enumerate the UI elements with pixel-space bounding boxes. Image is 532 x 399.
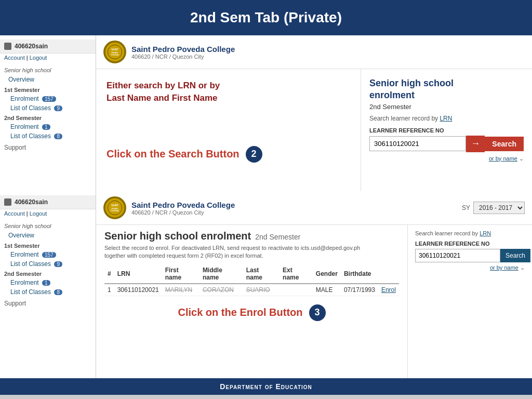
sidebar2-account-link[interactable]: Account bbox=[4, 210, 25, 217]
sidebar2-list-classes1-badge: 9 bbox=[54, 261, 62, 267]
sidebar1-enrolment2-badge: 1 bbox=[42, 124, 50, 130]
sidebar2-logout-link[interactable]: Logout bbox=[30, 210, 47, 217]
main-panel-1: SAINT PEDRO POVEDA Saint Pedro Poveda Co… bbox=[96, 35, 532, 191]
svg-text:POVEDA: POVEDA bbox=[111, 210, 119, 212]
panel2-search-button[interactable]: Search bbox=[500, 249, 530, 262]
sidebar1-account-link[interactable]: Account bbox=[4, 55, 25, 61]
col-lastname: Last name bbox=[243, 264, 280, 284]
sy-select[interactable]: 2016 - 2017 bbox=[473, 202, 525, 214]
svg-text:PEDRO: PEDRO bbox=[112, 208, 118, 210]
footer-text: Department of Education bbox=[220, 382, 312, 391]
sidebar2-list-classes2-link[interactable]: List of Classes bbox=[10, 288, 51, 296]
enrolment-title-2: Senior high school enrolment bbox=[104, 230, 251, 242]
sidebar2-support: Support bbox=[0, 297, 96, 308]
row-firstname: MARILYN bbox=[162, 284, 200, 296]
sidebar2-sem2-title: 2nd Semester bbox=[0, 269, 96, 278]
sidebar2-list-classes1-link[interactable]: List of Classes bbox=[10, 260, 51, 268]
school-logo-2: SAINT PEDRO POVEDA bbox=[103, 196, 126, 219]
table-row: 1 306110120021 MARILYN CORAZON SUARIO MA… bbox=[104, 284, 399, 296]
row-extname bbox=[280, 284, 313, 296]
sidebar1-logout-link[interactable]: Logout bbox=[30, 55, 47, 61]
main-header: 2nd Sem Tab (Private) bbox=[0, 0, 532, 35]
col-middlename: Middle name bbox=[200, 264, 243, 284]
enrolment-desc: Select the record to enrol. For deactiva… bbox=[104, 244, 375, 260]
enrol-instruction-text: Click on the Enrol Button bbox=[178, 307, 303, 318]
account-icon-2 bbox=[4, 198, 11, 206]
sidebar1-enrolment2-link[interactable]: Enrolment bbox=[10, 123, 39, 130]
sidebar2-list-classes2-badge: 8 bbox=[54, 289, 62, 295]
school-header-2: SAINT PEDRO POVEDA Saint Pedro Poveda Co… bbox=[96, 191, 532, 225]
sidebar2-enrolment2-link[interactable]: Enrolment bbox=[10, 279, 39, 286]
lrn-input-1[interactable] bbox=[369, 136, 466, 151]
row-num: 1 bbox=[104, 284, 114, 296]
col-action bbox=[378, 264, 399, 284]
school-name-1: Saint Pedro Poveda College bbox=[131, 45, 235, 54]
sidebar2-account-name: 406620sain bbox=[15, 198, 48, 206]
school-address-2: 406620 / NCR / Quezon City bbox=[131, 209, 462, 216]
sidebar1-list-classes1-link[interactable]: List of Classes bbox=[10, 104, 51, 112]
panel2-lrn-input[interactable] bbox=[415, 249, 500, 262]
sidebar1-overview[interactable]: Overview bbox=[0, 74, 96, 85]
sidebar-2: 406620sain Account | Logout Senior high … bbox=[0, 191, 96, 378]
col-num: # bbox=[104, 264, 114, 284]
row-lastname: SUARIO bbox=[243, 284, 280, 296]
panel2-search-lrn-label: Search learner record by bbox=[415, 230, 478, 236]
row-gender: MALE bbox=[313, 284, 341, 296]
col-extname: Ext name bbox=[280, 264, 313, 284]
sidebar2-enrolment2-badge: 1 bbox=[42, 280, 50, 286]
col-lrn: LRN bbox=[114, 264, 162, 284]
enrolment-title-1: Senior high schoolenrolment bbox=[369, 77, 524, 102]
sidebar1-list-classes2-link[interactable]: List of Classes bbox=[10, 132, 51, 140]
school-header-1: SAINT PEDRO POVEDA Saint Pedro Poveda Co… bbox=[96, 35, 532, 69]
account-icon bbox=[4, 43, 11, 50]
footer: Department of Education bbox=[0, 378, 532, 395]
col-birthdate: Birthdate bbox=[341, 264, 378, 284]
svg-text:SAINT: SAINT bbox=[111, 48, 118, 51]
enrolment-subtitle-1: 2nd Semester bbox=[369, 103, 524, 111]
header-title: 2nd Sem Tab (Private) bbox=[190, 9, 342, 25]
row-action[interactable]: Enrol bbox=[378, 284, 399, 296]
col-firstname: First name bbox=[162, 264, 200, 284]
or-by-name-link-1[interactable]: or by name bbox=[489, 155, 517, 162]
sidebar1-section-label: Senior high school bbox=[0, 64, 96, 74]
lrn-field-label-1: LEARNER REFERENCE NO bbox=[369, 127, 524, 134]
sidebar2-section-label: Senior high school bbox=[0, 220, 96, 230]
step-circle-3: 3 bbox=[309, 304, 326, 321]
panel2-search-lrn-link[interactable]: LRN bbox=[480, 230, 491, 236]
sidebar1-enrolment1-badge: 157 bbox=[42, 96, 56, 102]
search-button-instruction-text: Click on the Search Button bbox=[107, 148, 240, 160]
main-panel-2: SAINT PEDRO POVEDA Saint Pedro Poveda Co… bbox=[96, 191, 532, 378]
sy-label: SY bbox=[462, 204, 470, 211]
enrolment-subtitle-2: 2nd Semester bbox=[255, 233, 300, 241]
instruction-text: Either search by LRN or byLast Name and … bbox=[107, 79, 350, 104]
sidebar1-support: Support bbox=[0, 141, 96, 152]
sidebar2-enrolment1-link[interactable]: Enrolment bbox=[10, 251, 39, 258]
sidebar2-enrolment1-badge: 157 bbox=[42, 252, 56, 258]
panel2-or-by-name-link[interactable]: or by name bbox=[490, 264, 518, 271]
sy-row: SY 2016 - 2017 bbox=[462, 202, 525, 214]
sidebar1-enrolment1-link[interactable]: Enrolment bbox=[10, 95, 39, 102]
sidebar1-list-classes2-badge: 8 bbox=[54, 134, 62, 139]
sidebar2-overview[interactable]: Overview bbox=[0, 230, 96, 241]
col-gender: Gender bbox=[313, 264, 341, 284]
svg-text:PEDRO: PEDRO bbox=[112, 52, 118, 54]
row-lrn: 306110120021 bbox=[114, 284, 162, 296]
school-logo-1: SAINT PEDRO POVEDA bbox=[103, 41, 126, 63]
svg-text:POVEDA: POVEDA bbox=[111, 54, 119, 56]
svg-text:SAINT: SAINT bbox=[111, 204, 118, 207]
sidebar-1: 406620sain Account | Logout Senior high … bbox=[0, 35, 96, 191]
school-address-1: 406620 / NCR / Quezon City bbox=[131, 54, 235, 60]
sidebar1-account-name: 406620sain bbox=[15, 43, 48, 50]
learner-table: # LRN First name Middle name Last name E… bbox=[104, 264, 399, 296]
step-circle-2: 2 bbox=[246, 146, 262, 163]
sidebar1-list-classes1-badge: 9 bbox=[54, 105, 62, 111]
row-birthdate: 07/17/1993 bbox=[341, 284, 378, 296]
sidebar1-sem2-title: 2nd Semester bbox=[0, 113, 96, 122]
arrow-icon-1: → bbox=[466, 136, 485, 152]
sidebar2-sem1-title: 1st Semester bbox=[0, 241, 96, 250]
school-name-2: Saint Pedro Poveda College bbox=[131, 201, 462, 209]
search-button-1[interactable]: Search bbox=[485, 137, 524, 151]
search-lrn-label-1: Search learner record by bbox=[369, 115, 438, 122]
sidebar1-sem1-title: 1st Semester bbox=[0, 85, 96, 94]
search-lrn-link-1[interactable]: LRN bbox=[440, 115, 452, 122]
